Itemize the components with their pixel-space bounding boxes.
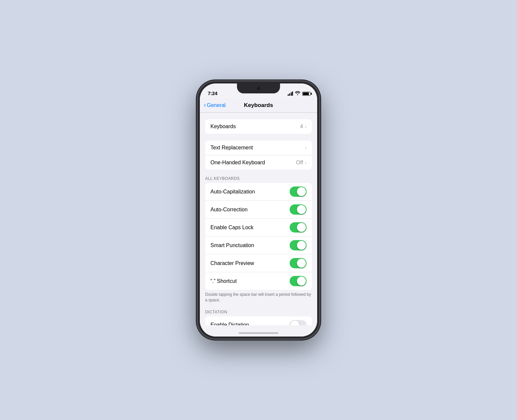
one-handed-label: One-Handed Keyboard: [210, 160, 296, 166]
shortcut-label: “.” Shortcut: [210, 278, 290, 284]
battery-fill: [303, 92, 309, 95]
dictation-section: DICTATION Enable Dictation Auto-Punctuat…: [200, 310, 317, 325]
caps-lock-row[interactable]: Enable Caps Lock: [205, 218, 312, 236]
enable-dictation-row[interactable]: Enable Dictation: [205, 316, 312, 325]
smart-punct-label: Smart Punctuation: [210, 242, 290, 248]
phone-frame: 7:24: [197, 81, 320, 339]
toggle-thumb: [297, 187, 306, 196]
caps-lock-toggle[interactable]: [290, 222, 307, 233]
shortcuts-section: Text Replacement › One-Handed Keyboard O…: [200, 140, 317, 170]
status-icons: [288, 91, 311, 96]
navigation-bar: ‹ General Keyboards: [200, 98, 317, 113]
shortcut-toggle[interactable]: [290, 276, 307, 286]
shortcuts-group: Text Replacement › One-Handed Keyboard O…: [205, 140, 312, 170]
smart-punctuation-row[interactable]: Smart Punctuation: [205, 236, 312, 254]
keyboards-count: 4: [300, 124, 303, 130]
toggle-thumb: [297, 223, 306, 232]
keyboards-section: Keyboards 4 ›: [200, 119, 317, 134]
home-indicator: [200, 325, 317, 337]
toggle-thumb: [297, 259, 306, 268]
keyboards-row[interactable]: Keyboards 4 ›: [205, 119, 312, 134]
one-handed-chevron-icon: ›: [305, 160, 307, 165]
one-handed-keyboard-row[interactable]: One-Handed Keyboard Off ›: [205, 155, 312, 170]
home-bar: [239, 332, 278, 334]
toggle-thumb: [290, 321, 299, 325]
auto-correct-toggle[interactable]: [290, 204, 307, 215]
text-replacement-label: Text Replacement: [210, 145, 305, 151]
toggle-thumb: [297, 205, 306, 214]
auto-correction-row[interactable]: Auto-Correction: [205, 200, 312, 218]
caps-lock-label: Enable Caps Lock: [210, 225, 290, 231]
shortcut-footer: Double tapping the space bar will insert…: [200, 290, 317, 303]
smart-punct-toggle[interactable]: [290, 240, 307, 250]
toggle-thumb: [297, 241, 306, 250]
dictation-group: Enable Dictation Auto-Punctuation: [205, 316, 312, 325]
auto-correct-label: Auto-Correction: [210, 207, 290, 213]
status-time: 7:24: [208, 90, 217, 96]
battery-icon: [302, 92, 311, 96]
dictation-section-label: DICTATION: [200, 310, 317, 316]
page-title: Keyboards: [244, 102, 273, 109]
signal-icon: [288, 91, 293, 96]
toggle-thumb: [297, 277, 306, 286]
all-keyboards-section: ALL KEYBOARDS Auto-Capitalization Auto-C…: [200, 176, 317, 303]
one-handed-value: Off: [296, 160, 303, 166]
auto-cap-label: Auto-Capitalization: [210, 189, 290, 195]
auto-capitalization-row[interactable]: Auto-Capitalization: [205, 183, 312, 200]
shortcut-row[interactable]: “.” Shortcut: [205, 272, 312, 290]
keyboards-chevron-icon: ›: [305, 124, 307, 129]
enable-dictation-toggle[interactable]: [290, 320, 307, 325]
back-chevron-icon: ‹: [204, 102, 206, 109]
back-label: General: [207, 102, 226, 108]
character-preview-row[interactable]: Character Preview: [205, 254, 312, 272]
keyboards-label: Keyboards: [210, 124, 300, 130]
front-camera: [257, 86, 260, 90]
phone-screen: 7:24: [200, 83, 317, 337]
back-button[interactable]: ‹ General: [204, 102, 226, 109]
auto-cap-toggle[interactable]: [290, 186, 307, 197]
enable-dictation-label: Enable Dictation: [210, 322, 290, 325]
char-preview-toggle[interactable]: [290, 258, 307, 268]
notch: [237, 83, 280, 93]
keyboards-group: Keyboards 4 ›: [205, 119, 312, 134]
text-replacement-row[interactable]: Text Replacement ›: [205, 140, 312, 155]
settings-content[interactable]: Keyboards 4 › Text Replacement ›: [200, 113, 317, 325]
all-keyboards-group: Auto-Capitalization Auto-Correction: [205, 183, 312, 290]
text-replacement-chevron-icon: ›: [305, 145, 307, 150]
all-keyboards-section-label: ALL KEYBOARDS: [200, 176, 317, 183]
wifi-icon: [295, 91, 300, 96]
char-preview-label: Character Preview: [210, 260, 290, 266]
screen-content: 7:24: [200, 83, 317, 337]
